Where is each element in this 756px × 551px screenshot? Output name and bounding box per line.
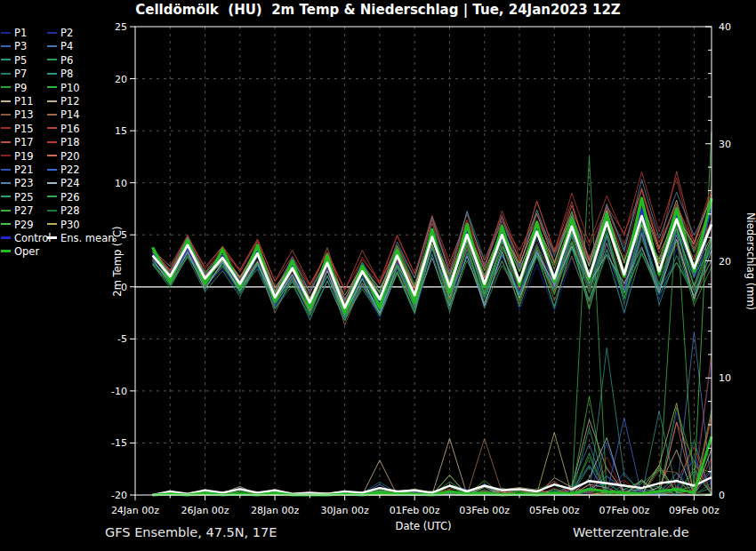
legend-label: P29 (14, 219, 34, 231)
legend-color-swatch (1, 236, 11, 239)
svg-text:09Feb 00z: 09Feb 00z (669, 505, 720, 516)
svg-text:40: 40 (719, 21, 731, 33)
svg-text:20: 20 (719, 256, 731, 268)
legend-color-swatch (1, 86, 11, 88)
legend-label: P13 (14, 108, 34, 121)
svg-text:01Feb 00z: 01Feb 00z (390, 505, 440, 516)
legend-item: P26 (47, 191, 80, 204)
legend-color-swatch (1, 59, 11, 60)
legend-label: P21 (14, 164, 34, 176)
legend-color-swatch (1, 114, 11, 116)
legend-item: P29 (1, 219, 34, 232)
legend-item: P1 (1, 27, 27, 40)
legend-item: P3 (1, 40, 27, 53)
legend-item: P20 (47, 150, 80, 164)
legend-item: P4 (47, 40, 73, 53)
legend-label: P8 (60, 68, 73, 80)
legend-label: P22 (60, 164, 80, 176)
legend-color-swatch (1, 182, 11, 184)
legend-item: P13 (1, 108, 34, 122)
svg-text:30Jan 00z: 30Jan 00z (321, 505, 369, 516)
legend-color-swatch (47, 59, 57, 60)
legend-label: P30 (60, 219, 80, 231)
legend-item: P9 (1, 82, 27, 95)
legend-item: P8 (47, 68, 73, 81)
legend-label: Control (14, 232, 52, 244)
legend-color-swatch (1, 141, 11, 143)
legend-color-swatch (47, 223, 57, 225)
legend-label: P14 (60, 108, 80, 121)
legend-item: P30 (47, 219, 80, 232)
legend-item: P22 (47, 164, 80, 177)
legend-label: P6 (60, 54, 73, 67)
legend-item: P11 (1, 95, 34, 108)
legend-color-swatch (47, 155, 57, 156)
legend-label: P25 (14, 191, 34, 204)
legend-label: P26 (60, 191, 80, 204)
legend-color-swatch (47, 114, 57, 116)
legend-item: P15 (1, 123, 34, 136)
svg-text:-15: -15 (111, 437, 127, 449)
legend-color-swatch (47, 141, 57, 143)
legend-color-swatch (47, 127, 57, 129)
legend-color-swatch (1, 210, 11, 212)
legend-label: P24 (60, 177, 80, 189)
legend-label: P19 (14, 150, 34, 163)
legend-color-swatch (1, 100, 11, 102)
svg-text:-20: -20 (111, 490, 127, 501)
legend-label: P11 (14, 95, 34, 108)
legend-item: P19 (1, 150, 34, 164)
legend-label: P20 (60, 150, 80, 163)
svg-text:Date (UTC): Date (UTC) (396, 520, 452, 532)
legend-item: P12 (47, 95, 80, 108)
legend-item: P16 (47, 123, 80, 136)
svg-text:-10: -10 (111, 386, 127, 397)
legend-label: P17 (14, 136, 34, 148)
legend-item: P5 (1, 54, 27, 68)
legend-color-swatch (47, 86, 57, 88)
svg-text:07Feb 00z: 07Feb 00z (599, 505, 649, 516)
legend-label: P27 (14, 204, 34, 217)
legend-label: P7 (14, 68, 27, 80)
legend-color-swatch (47, 182, 57, 184)
legend-label: P3 (14, 40, 27, 52)
legend-color-swatch (47, 73, 57, 75)
legend-label: P1 (14, 27, 27, 39)
legend-color-swatch (47, 196, 57, 197)
legend-label: P10 (60, 82, 80, 94)
legend-color-swatch (47, 210, 57, 212)
meteogram-page: { "header": { "title": "Celldömölk (HU) … (0, 0, 756, 551)
legend-item: P23 (1, 177, 34, 190)
legend-item: Oper (1, 245, 39, 259)
legend-color-swatch (47, 32, 57, 34)
legend-color-swatch (1, 250, 11, 252)
legend-item: P27 (1, 204, 34, 218)
svg-text:0: 0 (719, 490, 725, 501)
legend-color-swatch (47, 45, 57, 47)
legend-label: P18 (60, 136, 80, 148)
legend-color-swatch (1, 196, 11, 197)
legend-item: P7 (1, 68, 27, 81)
svg-text:26Jan 00z: 26Jan 00z (181, 505, 229, 516)
legend-item: P18 (47, 136, 80, 149)
legend-item: P24 (47, 177, 80, 190)
legend-item: P6 (47, 54, 73, 68)
legend-item: Control (1, 232, 52, 245)
legend: P1P2P3P4P5P6P7P8P9P10P11P12P13P14P15P16P… (0, 27, 142, 260)
legend-label: P4 (60, 40, 73, 52)
legend-color-swatch (47, 100, 57, 102)
legend-label: P23 (14, 177, 34, 189)
footer-brand: Wetterzentrale.de (573, 525, 689, 539)
legend-label: P28 (60, 204, 80, 217)
legend-item: P25 (1, 191, 34, 204)
svg-text:24Jan 00z: 24Jan 00z (111, 505, 159, 516)
legend-color-swatch (1, 32, 11, 34)
svg-text:30: 30 (719, 139, 731, 150)
legend-label: P12 (60, 95, 80, 108)
legend-color-swatch (1, 73, 11, 75)
legend-color-swatch (1, 45, 11, 47)
svg-text:03Feb 00z: 03Feb 00z (459, 505, 510, 516)
svg-text:05Feb 00z: 05Feb 00z (529, 505, 580, 516)
legend-color-swatch (1, 155, 11, 156)
legend-color-swatch (1, 127, 11, 129)
